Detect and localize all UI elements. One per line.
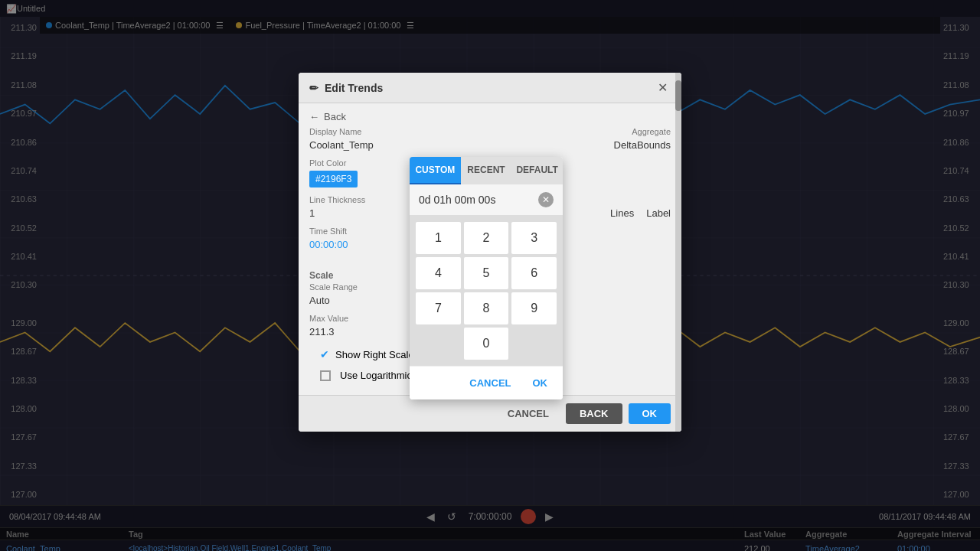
numpad-3[interactable]: 3 xyxy=(511,222,557,254)
show-label-label: Label xyxy=(646,207,671,219)
modal-title-row: ✏ Edit Trends xyxy=(309,82,383,94)
aggregate-group: Aggregate DeltaBounds xyxy=(496,127,671,151)
back-label: Back xyxy=(324,111,346,122)
numpad-8[interactable]: 8 xyxy=(464,292,509,324)
numpad: 1 2 3 4 5 6 7 8 9 0 xyxy=(410,216,563,366)
modal-close-button[interactable]: ✕ xyxy=(655,80,671,95)
tab-row: CUSTOM RECENT DEFAULT xyxy=(410,157,563,184)
modal-header: ✏ Edit Trends ✕ xyxy=(299,73,681,103)
tab-default[interactable]: DEFAULT xyxy=(511,157,563,184)
show-right-scale-checkbox[interactable]: ✔ xyxy=(320,348,329,360)
popup-ok-button[interactable]: OK xyxy=(527,374,554,392)
time-field: 0d 01h 00m 00s ✕ xyxy=(410,184,563,216)
popup-cancel-button[interactable]: CANCEL xyxy=(463,374,517,392)
back-arrow-icon: ← xyxy=(309,111,319,122)
numpad-6[interactable]: 6 xyxy=(511,257,557,289)
popup-actions: CANCEL OK xyxy=(410,366,563,399)
time-shift-popup: CUSTOM RECENT DEFAULT 0d 01h 00m 00s ✕ 1… xyxy=(410,157,563,399)
tab-custom[interactable]: CUSTOM xyxy=(410,157,461,184)
display-name-group: Display Name Coolant_Temp xyxy=(309,127,484,151)
numpad-2[interactable]: 2 xyxy=(464,222,509,254)
modal-scrollbar[interactable] xyxy=(675,103,681,395)
scrollbar-thumb[interactable] xyxy=(675,103,681,111)
numpad-5[interactable]: 5 xyxy=(464,257,509,289)
modal-footer: CANCEL BACK OK xyxy=(299,395,681,432)
numpad-4[interactable]: 4 xyxy=(416,257,461,289)
modal-back-button[interactable]: BACK xyxy=(566,403,622,424)
numpad-7[interactable]: 7 xyxy=(416,292,461,324)
show-lines-label: Lines xyxy=(610,207,634,219)
numpad-0[interactable]: 0 xyxy=(464,328,509,360)
display-name-label: Display Name xyxy=(309,127,484,136)
modal-cancel-button[interactable]: CANCEL xyxy=(497,403,560,424)
aggregate-label: Aggregate xyxy=(496,127,671,136)
display-name-value: Coolant_Temp xyxy=(309,139,484,151)
time-display: 0d 01h 00m 00s xyxy=(419,194,495,206)
use-log-scale-checkbox[interactable] xyxy=(320,370,331,381)
numpad-1[interactable]: 1 xyxy=(416,222,461,254)
aggregate-value: DeltaBounds xyxy=(496,139,671,151)
modal-ok-button[interactable]: OK xyxy=(629,403,671,424)
show-right-scale-label: Show Right Scale xyxy=(335,349,414,360)
numpad-9[interactable]: 9 xyxy=(511,292,557,324)
modal-title-text: Edit Trends xyxy=(325,82,383,94)
tab-recent[interactable]: RECENT xyxy=(461,157,512,184)
time-clear-button[interactable]: ✕ xyxy=(538,192,554,207)
pencil-icon: ✏ xyxy=(309,82,318,94)
color-swatch[interactable]: #2196F3 xyxy=(309,171,358,187)
display-name-row: Display Name Coolant_Temp Aggregate Delt… xyxy=(309,127,671,151)
back-row[interactable]: ← Back xyxy=(299,103,681,127)
